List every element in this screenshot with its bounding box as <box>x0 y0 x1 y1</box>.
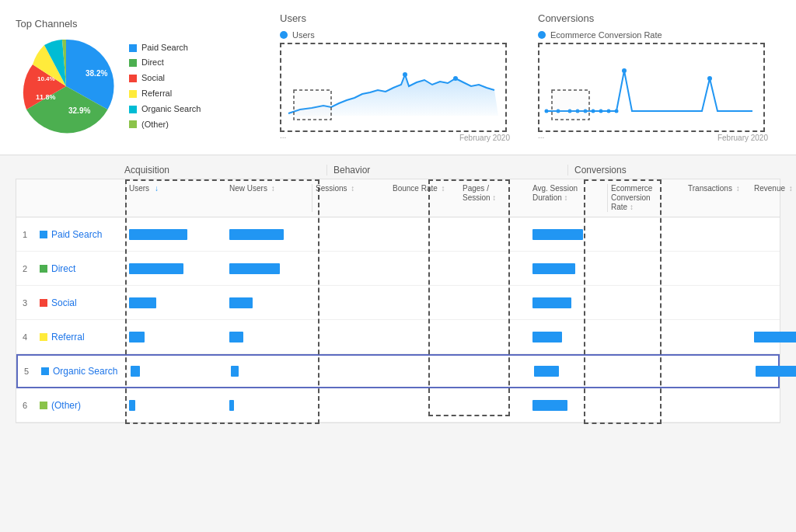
svg-text:10.4%: 10.4% <box>37 75 55 82</box>
row-channel[interactable]: Direct <box>40 263 125 274</box>
legend-social: Social <box>129 71 201 86</box>
col-users-label: Users <box>129 184 149 193</box>
channel-dot <box>40 333 47 341</box>
conversions-section-label: Conversions <box>567 165 785 176</box>
direct-dot <box>129 59 137 67</box>
bounce-sort-icon[interactable]: ↕ <box>442 184 445 193</box>
avg-sort-icon[interactable]: ↕ <box>564 193 568 202</box>
users-title: Users <box>280 12 522 24</box>
avg-session-bar-cell <box>529 229 607 240</box>
col-new-users-header[interactable]: New Users ↕ <box>226 184 312 212</box>
users-bar-cell <box>125 263 226 274</box>
organic-dot <box>129 106 137 113</box>
users-legend: Users <box>280 30 522 40</box>
svg-point-5 <box>453 76 458 81</box>
col-revenue-label: Revenue <box>754 184 785 193</box>
new-users-bar-cell <box>226 263 312 274</box>
new-users-bar-cell <box>226 229 312 240</box>
row-num: 2 <box>16 264 40 273</box>
svg-text:38.2%: 38.2% <box>86 69 107 78</box>
users-legend-dot <box>280 31 288 39</box>
col-pages-header[interactable]: Pages /Session ↕ <box>459 184 529 212</box>
pie-chart: 38.2% 32.9% 11.8% 10.4% <box>16 36 117 137</box>
svg-rect-6 <box>294 90 331 120</box>
row-num: 3 <box>16 298 40 308</box>
channel-name: (Other) <box>51 400 81 411</box>
channel-name: Referral <box>51 332 85 342</box>
row-channel[interactable]: Paid Search <box>40 229 125 240</box>
conversions-x-label: February 2020 <box>538 134 768 142</box>
users-line-chart <box>285 47 502 125</box>
top-section: Top Channels <box>0 0 796 155</box>
legend-organic: Organic Search <box>129 102 201 117</box>
legend-paid-search-label: Paid Search <box>141 40 188 56</box>
avg-session-bar-cell <box>529 332 607 342</box>
col-trans-header[interactable]: Transactions ↕ <box>685 184 751 212</box>
legend-paid-search: Paid Search <box>129 40 201 56</box>
top-channels-block: Top Channels <box>16 18 201 137</box>
avg-session-bar-cell <box>529 297 607 308</box>
svg-point-16 <box>622 68 627 73</box>
users-bar-cell <box>125 297 226 308</box>
row-num: 5 <box>18 367 41 376</box>
col-avg-header[interactable]: Avg. SessionDuration ↕ <box>529 184 607 212</box>
row-channel[interactable]: (Other) <box>40 400 125 411</box>
col-channel-header <box>40 184 125 212</box>
new-users-sort-icon[interactable]: ↕ <box>271 184 275 193</box>
legend-direct-label: Direct <box>141 55 164 71</box>
conversions-legend-dot <box>538 31 546 39</box>
users-bar-cell <box>125 400 226 411</box>
pages-sort-icon[interactable]: ↕ <box>492 193 496 202</box>
conversions-chart-block: Conversions Ecommerce Conversion Rate <box>538 12 780 142</box>
svg-point-15 <box>615 110 619 113</box>
revenue-bar-cell <box>751 332 796 342</box>
row-channel[interactable]: Referral <box>40 332 125 342</box>
channel-name: Social <box>51 297 77 308</box>
sessions-sort-icon[interactable]: ↕ <box>351 184 354 193</box>
svg-point-12 <box>592 110 595 113</box>
legend-referral: Referral <box>129 86 201 102</box>
new-users-bar-cell <box>226 297 312 308</box>
table-row: 2 Direct <box>16 252 780 286</box>
acquisition-section-label: Acquisition <box>124 165 326 176</box>
row-channel[interactable]: Organic Search <box>41 366 127 377</box>
col-avg-label: Avg. SessionDuration <box>532 184 578 202</box>
col-pages-label: Pages /Session <box>463 184 491 202</box>
col-sessions-header[interactable]: Sessions ↕ <box>312 184 389 212</box>
top-channels-title: Top Channels <box>16 18 201 30</box>
users-bar-cell <box>127 366 228 377</box>
table-header: Users ↓ New Users ↕ Sessions ↕ Bounce Ra… <box>16 179 780 217</box>
table-row: 1 Paid Search <box>16 217 780 252</box>
svg-point-4 <box>403 72 407 77</box>
pie-legend: Paid Search Direct Social Referral <box>129 40 201 133</box>
row-num: 6 <box>16 401 40 410</box>
users-legend-label: Users <box>292 30 315 40</box>
row-channel[interactable]: Social <box>40 297 125 308</box>
conversions-legend-label: Ecommerce Conversion Rate <box>550 30 662 40</box>
channel-name: Paid Search <box>51 229 102 240</box>
col-bounce-header[interactable]: Bounce Rate ↕ <box>389 184 459 212</box>
svg-point-13 <box>599 110 603 113</box>
table-body: 1 Paid Search 2 Direct <box>16 217 780 422</box>
col-revenue-header[interactable]: Revenue ↕ <box>751 184 796 212</box>
paid-search-dot <box>129 44 137 52</box>
ecom-sort-icon[interactable]: ↕ <box>630 203 634 211</box>
svg-point-14 <box>607 110 611 113</box>
col-ecom-header[interactable]: EcommerceConversionRate ↕ <box>607 184 685 212</box>
users-sort-icon[interactable]: ↓ <box>155 184 159 193</box>
col-sessions-label: Sessions <box>316 184 347 193</box>
behavior-section-label: Behavior <box>326 165 567 176</box>
conversions-title: Conversions <box>538 12 780 24</box>
users-chart-block: Users Users <box>280 12 522 142</box>
bottom-section: Acquisition Behavior Conversions Users ↓… <box>0 155 796 433</box>
social-dot <box>129 75 137 82</box>
users-bar-cell <box>125 229 226 240</box>
legend-social-label: Social <box>141 71 165 86</box>
table-row: 6 (Other) <box>16 388 780 422</box>
channel-dot <box>40 402 47 409</box>
trans-sort-icon[interactable]: ↕ <box>736 184 740 193</box>
svg-point-7 <box>545 110 549 113</box>
referral-dot <box>129 90 137 98</box>
col-trans-label: Transactions <box>688 184 732 193</box>
revenue-sort-icon[interactable]: ↕ <box>789 184 793 193</box>
